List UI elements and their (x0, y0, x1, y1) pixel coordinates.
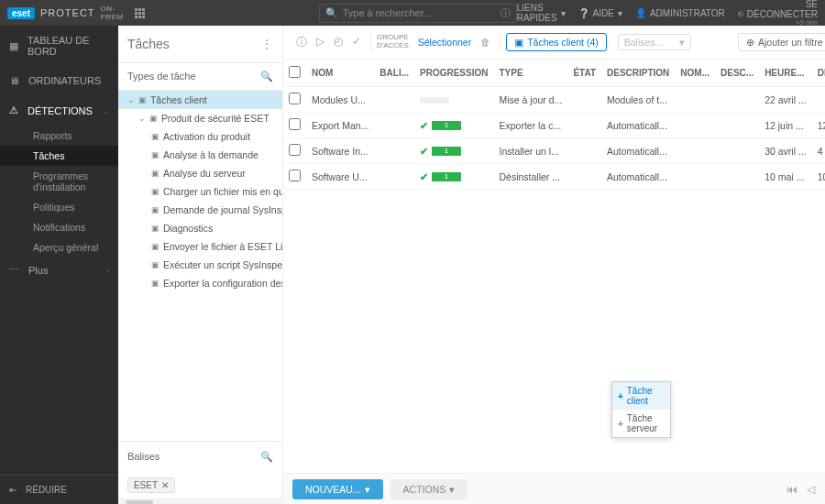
horizontal-scrollbar[interactable] (118, 499, 282, 504)
brand-logo: eset (7, 7, 35, 19)
sidebar-sub-notifications[interactable]: Notifications (0, 217, 118, 237)
sidebar-item-more[interactable]: ⋯Plus› (0, 257, 118, 282)
close-icon[interactable]: ✕ (161, 480, 169, 490)
th-description[interactable]: DESCRIPTION (601, 60, 675, 87)
sidebar-sub-policies[interactable]: Politiques (0, 197, 118, 217)
sidebar-sub-reports[interactable]: Rapports (0, 126, 118, 146)
prev-page-icon[interactable]: ◁ (807, 483, 815, 496)
tree-child-8[interactable]: ▣Exporter la configuration des prod... (118, 274, 282, 292)
th-nom[interactable]: NOM (306, 60, 374, 87)
tree-child-0[interactable]: ▣Activation du produit (118, 127, 282, 146)
check-icon: ✔ (420, 146, 428, 157)
help-inline-icon[interactable]: ⓘ (500, 6, 511, 20)
cell-der: 12 jui... (812, 113, 825, 138)
apps-icon[interactable] (135, 8, 145, 18)
user-icon: 👤 (635, 8, 646, 18)
row-checkbox[interactable] (289, 118, 301, 130)
clock-icon[interactable]: ◴ (334, 35, 343, 50)
table-row[interactable]: Modules U...Mise à jour d...Modules of t… (283, 87, 825, 113)
first-page-icon[interactable]: ⏮ (786, 483, 798, 496)
progress-bar (432, 172, 461, 181)
cell-name: Modules U... (306, 87, 374, 113)
actions-button[interactable]: ACTIONS▾ (390, 479, 468, 499)
new-button[interactable]: NOUVEAU...▾ (292, 479, 383, 499)
tags-filter[interactable]: Balises...▾ (618, 34, 691, 50)
panel-title: Tâches ⋮ (118, 26, 282, 62)
tree-child-7[interactable]: ▣Exécuter un script SysInspector (118, 256, 282, 274)
tags-section: Balises🔍 ESET✕ (118, 441, 282, 499)
sidebar-item-dashboard[interactable]: ▦TABLEAU DE BORD (0, 26, 118, 66)
th-desc2[interactable]: DESC... (715, 60, 759, 87)
tree-child-2[interactable]: ▣Analyse du serveur (118, 164, 282, 182)
cell-der: 10 ma... (812, 164, 825, 190)
brand-name: PROTECT (40, 7, 95, 18)
task-icon: ▣ (151, 224, 160, 233)
info-icon[interactable]: ⓘ (296, 35, 307, 50)
tag-chip[interactable]: ESET✕ (127, 477, 175, 493)
th-balises[interactable]: BALI... (374, 60, 414, 87)
cell-name: Software U... (306, 164, 374, 190)
table-row[interactable]: Software U...✔Désinstaller ...Automatica… (283, 164, 825, 190)
more-icon: ⋯ (9, 264, 19, 276)
trash-icon[interactable]: 🗑 (480, 37, 490, 48)
help-menu[interactable]: ❔AIDE▾ (578, 8, 622, 18)
user-menu[interactable]: 👤ADMINISTRATOR (635, 8, 725, 18)
row-checkbox[interactable] (289, 93, 301, 104)
th-progression[interactable]: PROGRESSION (414, 60, 493, 87)
search-input[interactable]: 🔍 Type à rechercher... ⓘ (319, 4, 517, 23)
tree-section-types: Types de tâche 🔍 (118, 62, 282, 91)
tree-child-1[interactable]: ▣Analyse à la demande (118, 146, 282, 164)
sidebar-sub-installers[interactable]: Programmes d'installation (0, 166, 118, 197)
task-icon: ▣ (151, 132, 160, 141)
sidebar-sub-overview[interactable]: Aperçu général (0, 237, 118, 257)
quick-links[interactable]: LIENS RAPIDES▾ (517, 3, 566, 23)
th-type[interactable]: TYPE (494, 60, 568, 87)
table-row[interactable]: Export Man...✔Exporter la c...Automatica… (283, 113, 825, 138)
chevron-down-icon: ▾ (679, 37, 685, 48)
search-icon[interactable]: 🔍 (260, 71, 273, 82)
add-filter-button[interactable]: ⊕Ajouter un filtre (738, 33, 825, 51)
tree-child-4[interactable]: ▣Demande de journal SysInspector (... (118, 201, 282, 219)
sidebar-item-computers[interactable]: 🖥ORDINATEURS (0, 66, 118, 95)
th-heure[interactable]: HEURE... (759, 60, 812, 87)
tree-body[interactable]: ⌄▣Tâches client ⌄▣Produit de sécurité ES… (118, 91, 282, 441)
sidebar-item-detections[interactable]: ⚠DÉTECTIONS⌄ (0, 95, 118, 126)
sidebar-sub-tasks[interactable]: Tâches (0, 146, 118, 166)
task-icon: ▣ (151, 205, 160, 214)
tree-panel: Tâches ⋮ Types de tâche 🔍 ⌄▣Tâches clien… (118, 26, 283, 504)
tree-child-6[interactable]: ▣Envoyer le fichier à ESET LiveGuard (118, 237, 282, 256)
row-checkbox[interactable] (289, 144, 301, 156)
tree-node-client[interactable]: ⌄▣Tâches client (118, 91, 282, 109)
play-icon[interactable]: ▷ (316, 35, 324, 50)
th-etat[interactable]: ÉTAT (567, 60, 601, 87)
cell-heure: 12 juin ... (759, 113, 812, 138)
task-icon: ▣ (514, 37, 523, 48)
tree-node-product[interactable]: ⌄▣Produit de sécurité ESET (118, 109, 282, 127)
top-actions: LIENS RAPIDES▾ ❔AIDE▾ 👤ADMINISTRATOR ⎋ S… (517, 0, 818, 27)
cell-name: Software In... (306, 138, 374, 164)
tree-child-3[interactable]: ▣Charger un fichier mis en quarantai... (118, 182, 282, 201)
logout-button[interactable]: ⎋ SE DÉCONNECTER>9 min (738, 0, 818, 27)
progress-bar-empty (420, 97, 449, 104)
cell-etat (567, 138, 601, 164)
cell-heure: 22 avril ... (759, 87, 812, 113)
cell-name: Export Man... (306, 113, 374, 138)
tree-child-5[interactable]: ▣Diagnostics (118, 219, 282, 237)
filter-chip-client-tasks[interactable]: ▣Tâches client (4) (506, 33, 607, 51)
search-placeholder: Type à rechercher... (343, 7, 500, 18)
search-icon[interactable]: 🔍 (260, 451, 273, 463)
row-checkbox[interactable] (289, 170, 301, 181)
chevron-down-icon: ⌄ (127, 95, 135, 104)
menu-item-server-task[interactable]: +Tâche serveur (612, 410, 670, 437)
search-icon: 🔍 (325, 7, 338, 19)
th-nom2[interactable]: NOM... (675, 60, 715, 87)
select-group-link[interactable]: Sélectionner (418, 37, 471, 48)
select-all-checkbox[interactable] (289, 66, 301, 78)
table-row[interactable]: Software In...✔Installer un l...Automati… (283, 138, 825, 164)
menu-item-client-task[interactable]: +Tâche client (612, 382, 670, 410)
check-icon[interactable]: ✓ (352, 35, 361, 50)
brand-suffix: ON-PREM (101, 5, 124, 21)
kebab-icon[interactable]: ⋮ (260, 37, 273, 51)
th-derniere[interactable]: DER... (812, 60, 825, 87)
collapse-button[interactable]: ⇤RÉDUIRE (0, 475, 118, 504)
